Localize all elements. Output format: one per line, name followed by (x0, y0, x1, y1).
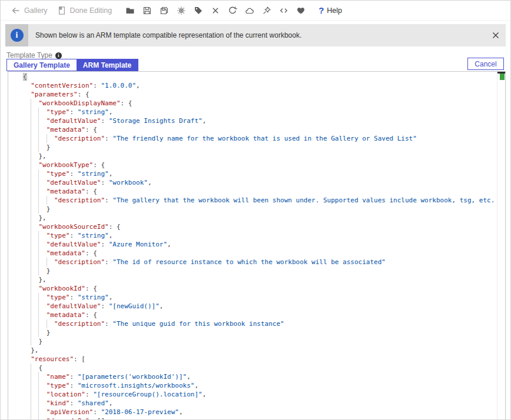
indent-guide (38, 390, 46, 399)
indent-guide (31, 416, 38, 420)
indent-guide (47, 196, 54, 205)
code-line: "defaultValue": "[newGuid()]", (23, 302, 497, 311)
indent-guide (31, 196, 38, 205)
indent-guide (38, 302, 46, 311)
indent-guide (31, 381, 38, 390)
code-line: } (23, 143, 497, 152)
indent-guide (31, 328, 38, 337)
indent-guide (31, 108, 38, 116)
banner-close-button[interactable] (486, 24, 506, 46)
indent-guide (31, 293, 38, 302)
code-view-button[interactable] (275, 4, 292, 18)
save-copy-icon (160, 6, 169, 15)
indent-guide (31, 249, 38, 258)
toolbar: Gallery Done Editing (1, 1, 510, 21)
template-type-tabs: Gallery Template ARM Template (6, 59, 138, 71)
code-line: "description": "The unique guid for this… (23, 319, 497, 328)
settings-button[interactable] (172, 4, 190, 18)
indent-guide (31, 161, 38, 169)
arrow-left-icon (11, 6, 21, 15)
indent-guide (31, 319, 38, 328)
gear-icon (177, 6, 186, 15)
code-line: "type": "string", (23, 108, 497, 116)
code-line: "defaultValue": "Storage Insights Draft"… (23, 116, 497, 125)
indent-guide (38, 116, 46, 125)
code-line: "type": "string", (23, 293, 497, 302)
info-banner: i Shown below is an ARM template compati… (5, 24, 506, 46)
indent-guide (31, 337, 38, 346)
indent-guide (31, 399, 38, 408)
code-line: "description": "The id of resource insta… (23, 258, 497, 266)
back-to-gallery-button[interactable]: Gallery (11, 6, 48, 15)
indent-guide (31, 99, 38, 108)
info-icon-small[interactable]: i (55, 52, 62, 59)
indent-guide (38, 231, 46, 240)
tab-gallery-template[interactable]: Gallery Template (7, 59, 77, 71)
code-line: "location": "[resourceGroup().location]"… (23, 390, 497, 399)
indent-guide (47, 258, 54, 266)
code-line: "metadata": { (23, 249, 497, 258)
indent-guide (31, 178, 38, 187)
indent-guide (31, 311, 38, 319)
close-workbook-button[interactable] (207, 4, 224, 18)
save-button[interactable] (138, 4, 155, 18)
help-label: Help (327, 6, 342, 15)
editor-scrollbar[interactable] (497, 72, 505, 420)
code-line: "metadata": { (23, 187, 497, 196)
done-editing-button[interactable]: Done Editing (57, 6, 112, 15)
code-line: "contentVersion": "1.0.0.0", (23, 81, 497, 90)
refresh-button[interactable] (224, 4, 241, 18)
code-line: { (23, 364, 497, 372)
pin-button[interactable] (258, 4, 275, 18)
save-icon (142, 6, 152, 15)
indent-guide (31, 231, 38, 240)
indent-guide (38, 319, 46, 328)
code-line: "defaultValue": "Azure Monitor", (23, 240, 497, 249)
indent-guide (31, 372, 38, 381)
cancel-button[interactable]: Cancel (467, 58, 504, 70)
indent-guide (38, 240, 46, 249)
save-copy-button[interactable] (155, 4, 172, 18)
code-line: } (23, 337, 497, 346)
tab-arm-template[interactable]: ARM Template (77, 59, 138, 71)
indent-guide (31, 143, 38, 152)
indent-guide (38, 125, 46, 134)
indent-guide (31, 275, 38, 284)
tag-icon (194, 6, 203, 15)
indent-guide (38, 169, 46, 178)
folder-button[interactable] (121, 4, 138, 18)
info-icon-container: i (5, 24, 28, 46)
code-line: "description": "The friendly name for th… (23, 134, 497, 143)
indent-guide (31, 390, 38, 399)
back-to-gallery-label: Gallery (24, 6, 48, 15)
tag-button[interactable] (190, 4, 207, 18)
indent-guide (38, 293, 46, 302)
code-line: } (23, 205, 497, 214)
indent-guide (31, 240, 38, 249)
favorite-button[interactable] (292, 4, 309, 18)
indent-guide (31, 125, 38, 134)
code-line: "resources": [ (23, 355, 497, 364)
indent-guide (31, 187, 38, 196)
indent-guide (47, 319, 54, 328)
template-type-label: Template Type (6, 51, 52, 59)
question-mark-icon: ? (318, 6, 324, 15)
code-line: "dependsOn": [], (23, 416, 497, 420)
workbook-arm-template-page: Gallery Done Editing (0, 0, 511, 420)
indent-guide (38, 108, 46, 116)
help-button[interactable]: ? Help (315, 5, 346, 15)
indent-guide (38, 187, 46, 196)
indent-guide (31, 258, 38, 266)
close-icon (492, 31, 500, 39)
indent-guide (38, 408, 46, 416)
indent-guide (38, 372, 46, 381)
banner-message: Shown below is an ARM template compatibl… (28, 24, 486, 46)
code-line: }, (23, 152, 497, 161)
cloud-button[interactable] (241, 4, 258, 18)
cloud-icon (245, 6, 254, 15)
code-editor[interactable]: { "contentVersion": "1.0.0.0", "paramete… (8, 71, 506, 420)
code-line: { (23, 72, 497, 81)
code-icon (279, 6, 288, 15)
indent-guide (47, 134, 54, 143)
indent-guide (31, 169, 38, 178)
